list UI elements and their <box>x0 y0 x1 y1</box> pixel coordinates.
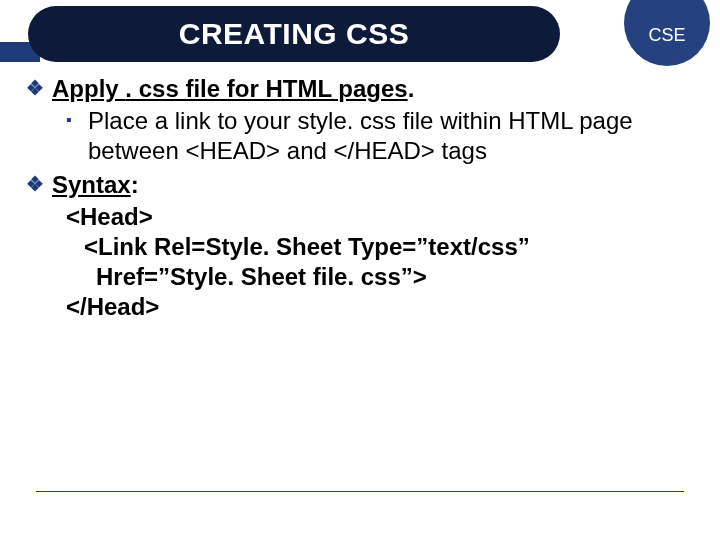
diamond-icon: ❖ <box>26 172 44 197</box>
title-pill: CREATING CSS <box>28 6 560 62</box>
syntax-line-2: <Link Rel=Style. Sheet Type=”text/css” <box>66 232 694 262</box>
square-icon: ▪ <box>66 110 72 130</box>
bullet-apply-text: . css file for HTML pages <box>125 75 407 102</box>
slide: CREATING CSS CSE ❖ Apply . css file for … <box>0 0 720 540</box>
syntax-line-4: </Head> <box>66 292 694 322</box>
diamond-icon: ❖ <box>26 76 44 101</box>
bullet-syntax: ❖ Syntax: <box>26 170 694 200</box>
bullet-apply: ❖ Apply . css file for HTML pages. <box>26 74 694 104</box>
syntax-line-1: <Head> <box>66 202 694 232</box>
bullet-apply-sub-text: Place a link to your style. css file wit… <box>88 107 633 164</box>
bullet-apply-tail: . <box>408 75 415 102</box>
slide-title: CREATING CSS <box>179 17 409 51</box>
course-badge: CSE <box>624 0 710 66</box>
syntax-code-block: <Head> <Link Rel=Style. Sheet Type=”text… <box>26 202 694 322</box>
bullet-apply-lead: Apply <box>52 75 125 102</box>
content-area: ❖ Apply . css file for HTML pages. ▪ Pla… <box>26 74 694 322</box>
divider-line <box>36 491 684 492</box>
bullet-syntax-label: Syntax <box>52 171 131 198</box>
syntax-line-3: Href=”Style. Sheet file. css”> <box>66 262 694 292</box>
bullet-syntax-colon: : <box>131 171 139 198</box>
bullet-apply-sub: ▪ Place a link to your style. css file w… <box>26 106 694 166</box>
course-badge-label: CSE <box>648 25 685 46</box>
